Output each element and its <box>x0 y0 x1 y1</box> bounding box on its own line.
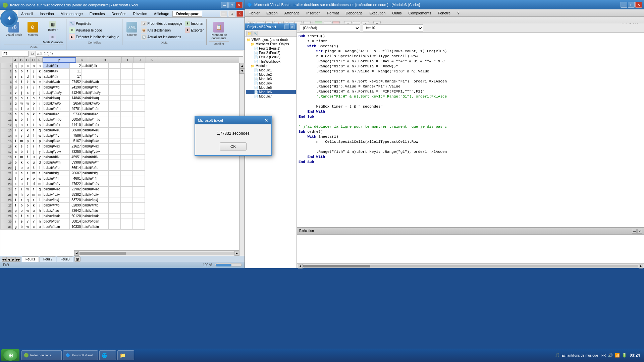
vba-menu-help[interactable]: ? <box>454 10 463 16</box>
code-line: .Range("f1:h" & n).Sort key1:=.Range("g1… <box>299 150 643 155</box>
sheet-tab-feuil1[interactable]: Feuil1 <box>22 256 39 262</box>
menu-affichage[interactable]: Affichage <box>151 11 173 16</box>
vba-menu-affichage[interactable]: Affichage <box>281 10 303 16</box>
vba-menu-execution[interactable]: Exécution <box>366 10 389 16</box>
dialog-ok-button[interactable]: OK <box>220 142 247 150</box>
ribbon-group-controles: 🔧 Propriétés 👁 Visualiser le code ▶ Exéc… <box>66 19 123 45</box>
name-box[interactable] <box>2 51 29 57</box>
taskbar-excel-btn[interactable]: 🟢 traiter doublons... <box>21 350 62 360</box>
project-panel-minimize[interactable]: — <box>284 24 289 29</box>
tab-nav-prev[interactable]: ◀ <box>6 257 11 262</box>
btn-importer[interactable]: ⬇ Importer <box>184 20 204 26</box>
col-header-row: A B C D E F G H I J K <box>0 57 239 63</box>
vba-menu-edition[interactable]: Edition <box>263 10 281 16</box>
project-tb-1[interactable]: 📁 <box>247 31 252 36</box>
exec-panel-minimize[interactable]: — <box>632 229 637 234</box>
formula-input[interactable] <box>36 51 243 57</box>
menu-formules[interactable]: Formules <box>86 11 108 16</box>
vba-menu-outils[interactable]: Outils <box>389 10 405 16</box>
excel-inner-close[interactable]: ✕ <box>236 11 243 17</box>
btn-visualiser-code[interactable]: 👁 Visualiser le code <box>68 27 120 33</box>
vba-execution-content <box>297 235 644 267</box>
vba-tree-item[interactable]: 📄Module3 <box>246 77 296 81</box>
sheet-tab-feuil3[interactable]: Feuil3 <box>57 256 73 262</box>
taskbar-vba-btn[interactable]: 🔷 Microsoft Visual... <box>63 350 98 360</box>
sheet-tab-feuil2[interactable]: Feuil2 <box>40 256 56 262</box>
btn-kits-extension[interactable]: 📦 Kits d'extension <box>141 27 183 33</box>
vba-tree-item[interactable]: 📁VBAProject (traiter doub <box>246 38 296 42</box>
menu-developpeur[interactable]: Développeur <box>172 11 202 17</box>
vba-menu-insertion[interactable]: Insertion <box>303 10 324 16</box>
vba-minimize[interactable]: — <box>621 2 627 8</box>
msgbox-dialog[interactable]: Microsoft Excel ✕ 1,77832 secondes OK <box>195 116 272 156</box>
excel-titlebar: 🟢 traiter doublons sur multicolonnes.xls… <box>0 0 245 10</box>
vba-tree-item[interactable]: 📄Feuil3 (Feuil3) <box>246 55 296 59</box>
taskbar-ie-btn[interactable]: 🌐 <box>99 350 116 360</box>
btn-actualiser-donnees[interactable]: 🔄 Actualiser les données <box>141 34 183 40</box>
col-i: I <box>122 57 134 63</box>
btn-inserer[interactable]: ▦ Insérer <box>42 20 64 32</box>
code-line: With Sheets(1) <box>299 135 643 140</box>
vba-tree-item[interactable]: 📁Modules <box>246 64 296 68</box>
vba-menu-fichier[interactable]: Fichier <box>245 10 263 16</box>
vba-tree-item[interactable]: 📄Module6 <box>246 90 296 94</box>
vba-combo-general[interactable]: (Général) <box>300 24 360 32</box>
menu-revision[interactable]: Révision <box>130 11 151 16</box>
new-sheet-btn[interactable]: ⊕ <box>74 256 80 262</box>
vba-combo-proc[interactable]: test10 <box>363 24 423 32</box>
ribbon-group-modifier: 📋 Panneau dedocuments Modifier <box>207 19 231 46</box>
vba-title: Microsoft Visual Basic - traiter doublon… <box>254 3 621 7</box>
vba-code-editor[interactable]: Sub test10() t = timer With Sheets(1) Se… <box>297 33 644 228</box>
exec-panel-close[interactable]: ✕ <box>637 229 642 234</box>
btn-panneau-documents[interactable]: 📋 Panneau dedocuments <box>209 20 229 41</box>
excel-minimize[interactable]: — <box>221 2 228 8</box>
menu-insertion[interactable]: Insertion <box>36 11 57 16</box>
project-tb-2[interactable]: 🔧 <box>253 31 258 36</box>
excel-hscroll[interactable]: ◀ ▶ <box>74 250 239 256</box>
zoom-slider[interactable] <box>215 263 242 266</box>
vertical-scrollbar[interactable]: ▲ ▼ <box>239 63 245 256</box>
menu-mise-en-page[interactable]: Mise en page <box>57 11 86 16</box>
btn-macros[interactable]: ⚙ Macros <box>25 20 40 38</box>
menu-donnees[interactable]: Données <box>108 11 130 16</box>
vba-tree-item[interactable]: 📄Module2 <box>246 72 296 77</box>
vba-menu-format[interactable]: Format <box>324 10 342 16</box>
tab-nav-next[interactable]: ▶ <box>11 257 16 262</box>
vba-tree-item[interactable]: 📄ThisWorkbook <box>246 59 296 64</box>
btn-proprietes[interactable]: 🔧 Propriétés <box>68 20 120 26</box>
hscroll-right[interactable]: ▶ <box>639 264 643 268</box>
vba-menu-complements[interactable]: Compléments <box>405 10 435 16</box>
menu-accueil[interactable]: Accueil <box>18 11 36 16</box>
taskbar-folder-btn[interactable]: 📁 <box>117 350 134 360</box>
vba-tree-item[interactable]: 📄Module1 <box>246 68 296 72</box>
dialog-close-icon[interactable]: ✕ <box>264 118 268 123</box>
office-button[interactable]: ✦ <box>0 10 18 27</box>
vba-tree-item[interactable]: 📄Feuil2 (Feuil2) <box>246 51 296 55</box>
tab-nav-left[interactable]: ◀◀ <box>2 257 6 262</box>
col-f: F <box>43 57 76 63</box>
vba-restore[interactable]: □ <box>628 2 635 8</box>
vba-hscrollbar[interactable]: ◀ ▶ <box>297 263 644 268</box>
excel-inner-min[interactable]: — <box>220 11 227 17</box>
tab-nav-right[interactable]: ▶▶ <box>16 257 20 262</box>
excel-maximize[interactable]: □ <box>228 2 235 8</box>
vba-tree-item[interactable]: 📄Feuil1 (Feuil1) <box>246 46 296 51</box>
btn-mode-creation[interactable]: ✏ Mode Création <box>42 33 64 45</box>
project-panel-close[interactable]: ✕ <box>290 24 294 29</box>
excel-close[interactable]: ✕ <box>236 2 243 8</box>
vba-tree-item[interactable]: 📄Module4 <box>246 81 296 85</box>
btn-proprietes-mappage[interactable]: 🗂 Propriétés du mappage <box>141 20 183 26</box>
vba-menu-debogage[interactable]: Débogage <box>342 10 366 16</box>
hscroll-left[interactable]: ◀ <box>298 264 303 268</box>
excel-inner-max[interactable]: □ <box>228 11 235 17</box>
btn-executer-boite[interactable]: ▶ Exécuter la boîte de dialogue <box>68 34 120 40</box>
code-line: .Range("F1:G" & n).Value = .Range("F1:G"… <box>299 69 643 74</box>
start-button[interactable]: ⊞ <box>1 349 19 361</box>
vba-tree-item[interactable]: 📄Module5 <box>246 85 296 90</box>
vba-tree-item[interactable]: 📄Module7 <box>246 94 296 99</box>
vba-close[interactable]: ✕ <box>635 2 642 8</box>
btn-source[interactable]: XML Source <box>124 20 139 38</box>
vba-menu-fenetre[interactable]: Fenêtre <box>434 10 454 16</box>
btn-exporter[interactable]: ⬆ Exporter <box>184 27 204 33</box>
vba-tree-item[interactable]: 📁Microsoft Excel Objets <box>246 42 296 46</box>
